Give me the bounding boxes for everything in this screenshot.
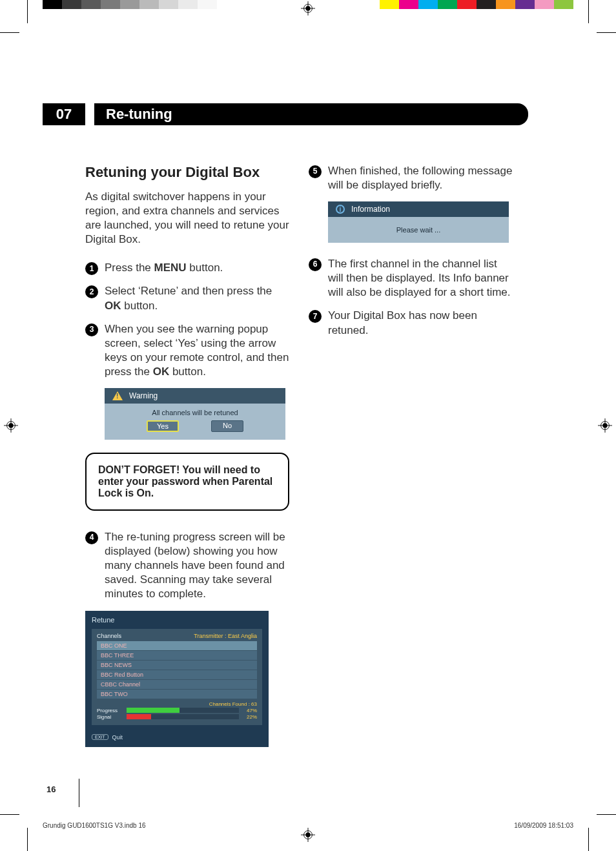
registration-mark-icon (301, 1, 315, 15)
info-icon: i (336, 205, 345, 214)
channel-row: BBC THREE (97, 651, 257, 661)
swatch (198, 0, 217, 9)
step-1: 1 Press the MENU button. (85, 261, 289, 275)
retune-title: Retune (85, 611, 269, 629)
swatch (139, 0, 159, 9)
transmitter-label: Transmitter : East Anglia (194, 633, 257, 639)
signal-bar (127, 714, 239, 719)
step-number-icon: 7 (309, 310, 322, 323)
section-heading: Retuning your Digital Box (85, 164, 289, 181)
swatch (217, 0, 236, 9)
crop-mark (588, 0, 589, 23)
swatch (477, 0, 496, 9)
signal-label: Signal (97, 714, 123, 720)
registration-mark-icon (4, 418, 18, 433)
warning-dialog-message: All channels will be retuned (105, 404, 285, 420)
no-button[interactable]: No (211, 420, 243, 432)
swatch (120, 0, 139, 9)
channels-label: Channels (97, 633, 121, 639)
swatch (101, 0, 120, 9)
crop-mark (0, 814, 19, 815)
swatch (43, 0, 62, 9)
swatch (496, 0, 515, 9)
step-number-icon: 5 (309, 165, 322, 178)
channel-row: BBC NEWS (97, 661, 257, 670)
calibration-strip-left (43, 0, 236, 9)
column-right: 5 When finished, the following message w… (309, 164, 513, 747)
page-content: 07 Re-tuning Retuning your Digital Box A… (43, 103, 528, 747)
channels-found: Channels Found : 63 (97, 701, 257, 707)
crop-mark (27, 828, 28, 851)
swatch (438, 0, 457, 9)
progress-percent: 47% (243, 708, 257, 713)
exit-label: Quit (112, 734, 123, 741)
exit-key-icon[interactable]: EXIT (92, 734, 108, 740)
crop-mark (0, 32, 19, 33)
crop-mark (597, 814, 616, 815)
page-number-divider (79, 779, 79, 807)
information-dialog-message: Please wait ... (328, 217, 509, 243)
swatch (380, 0, 399, 9)
warning-icon (112, 391, 123, 400)
footer-filename: Grundig GUD1600TS1G V3.indb 16 (43, 822, 146, 829)
crop-mark (588, 828, 589, 851)
chapter-header: 07 Re-tuning (43, 103, 528, 125)
step-number-icon: 2 (85, 285, 98, 298)
channel-row: CBBC Channel (97, 680, 257, 690)
swatch (535, 0, 554, 9)
channel-row: BBC Red Button (97, 670, 257, 680)
dont-forget-note: DON’T FORGET! You will need to enter you… (85, 453, 289, 511)
step-5: 5 When finished, the following message w… (309, 164, 513, 192)
swatch (178, 0, 198, 9)
retune-progress-panel: Retune Channels Transmitter : East Angli… (85, 611, 269, 747)
step-3: 3 When you see the warning popup screen,… (85, 322, 289, 379)
swatch (62, 0, 81, 9)
swatch (399, 0, 418, 9)
step-number-icon: 6 (309, 258, 322, 271)
channel-row: BBC ONE (97, 641, 257, 651)
chapter-number: 07 (43, 103, 85, 125)
swatch (418, 0, 438, 9)
chapter-title: Re-tuning (94, 103, 528, 125)
crop-mark (597, 32, 616, 33)
intro-paragraph: As digital switchover happens in your re… (85, 190, 289, 247)
step-2: 2 Select ‘Retune’ and then press the OK … (85, 284, 289, 313)
crop-mark (27, 0, 28, 23)
registration-mark-icon (301, 828, 315, 842)
channel-row: BBC TWO (97, 690, 257, 699)
warning-dialog: Warning All channels will be retuned Yes… (105, 388, 285, 440)
step-number-icon: 3 (85, 323, 98, 336)
swatch (457, 0, 477, 9)
step-6: 6 The first channel in the channel list … (309, 257, 513, 300)
step-number-icon: 1 (85, 262, 98, 275)
yes-button[interactable]: Yes (147, 420, 179, 432)
column-left: Retuning your Digital Box As digital swi… (85, 164, 289, 747)
progress-bar (127, 708, 239, 713)
step-4: 4 The re-tuning progress screen will be … (85, 530, 289, 601)
channel-list: BBC ONEBBC THREEBBC NEWSBBC Red ButtonCB… (97, 641, 257, 699)
swatch (515, 0, 535, 9)
information-dialog-title: Information (351, 205, 390, 214)
progress-label: Progress (97, 708, 123, 713)
footer-date: 16/09/2009 18:51:03 (514, 822, 573, 829)
information-dialog: i Information Please wait ... (328, 201, 509, 243)
registration-mark-icon (598, 418, 612, 433)
warning-dialog-title: Warning (129, 391, 158, 400)
swatch (159, 0, 178, 9)
step-7: 7 Your Digital Box has now been retuned. (309, 309, 513, 337)
page-number: 16 (46, 784, 56, 794)
step-number-icon: 4 (85, 531, 98, 544)
signal-percent: 22% (243, 714, 257, 720)
calibration-strip-right (380, 0, 573, 9)
swatch (81, 0, 101, 9)
swatch (554, 0, 573, 9)
